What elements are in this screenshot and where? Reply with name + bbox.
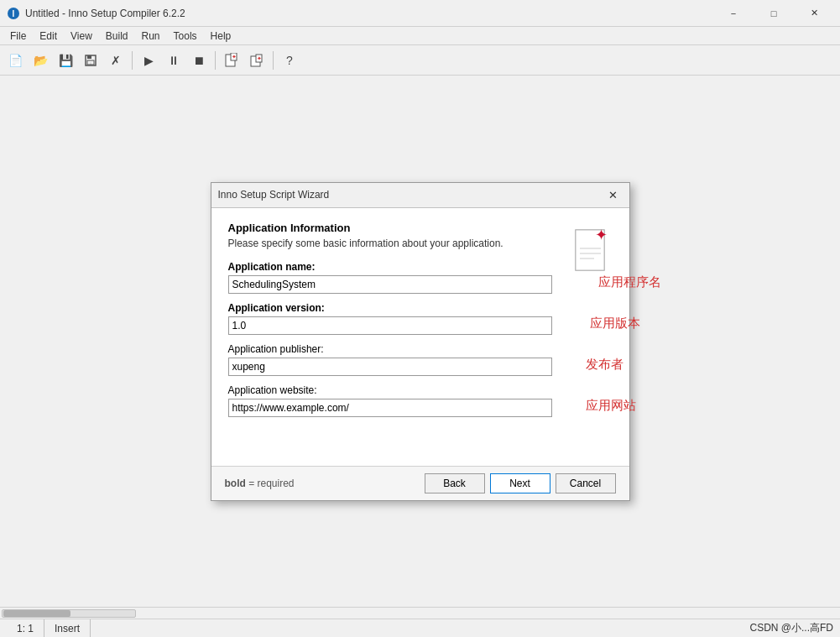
app-website-input[interactable] xyxy=(228,399,552,417)
legend-bold-text: bold xyxy=(225,478,246,489)
app-version-label: Application version: xyxy=(228,302,552,314)
app-icon: I xyxy=(7,7,20,20)
form-group-website: Application website: 应用网站 xyxy=(228,384,552,417)
dialog-footer: bold = required Back Next Cancel xyxy=(211,466,629,500)
menu-run[interactable]: Run xyxy=(135,29,167,44)
app-publisher-label: Application publisher: xyxy=(228,343,552,355)
statusbar: 1: 1 Insert CSDN @小...高FD xyxy=(0,619,840,637)
dialog-titlebar: Inno Setup Script Wizard ✕ xyxy=(211,183,629,208)
close-file-button[interactable]: ✗ xyxy=(104,49,128,72)
footer-legend: bold = required xyxy=(225,478,425,489)
cursor-position: 1: 1 xyxy=(7,619,44,637)
dialog-section-description: Please specify some basic information ab… xyxy=(228,238,552,249)
svg-text:↓: ↓ xyxy=(90,60,92,65)
horizontal-scrollbar[interactable] xyxy=(2,609,136,618)
pause-button[interactable]: ⏸ xyxy=(162,49,185,72)
menu-view[interactable]: View xyxy=(64,29,99,44)
dialog-icon-area: ✦ xyxy=(562,222,613,452)
menubar: File Edit View Build Run Tools Help xyxy=(0,27,840,45)
run-button[interactable]: ▶ xyxy=(137,49,160,72)
separator-1 xyxy=(132,51,133,70)
app-name-label: Application name: xyxy=(228,261,552,273)
dialog-close-button[interactable]: ✕ xyxy=(604,185,623,204)
form-group-appname: Application name: 应用程序名 xyxy=(228,261,552,294)
main-area: Inno Setup Script Wizard ✕ Application I… xyxy=(0,76,840,607)
help-button[interactable]: ? xyxy=(278,49,301,72)
window-controls: − □ ✕ xyxy=(714,0,833,27)
form-group-publisher: Application publisher: 发布者 xyxy=(228,343,552,376)
menu-build[interactable]: Build xyxy=(99,29,135,44)
open-button[interactable]: 📂 xyxy=(29,49,52,72)
titlebar: I Untitled - Inno Setup Compiler 6.2.2 −… xyxy=(0,0,840,27)
save-button[interactable]: 💾 xyxy=(54,49,77,72)
statusbar-right: CSDN @小...高FD xyxy=(749,621,833,635)
maximize-button[interactable]: □ xyxy=(754,0,793,27)
minimize-button[interactable]: − xyxy=(714,0,753,27)
toolbar: 📄 📂 💾 ↓ ✗ ▶ ⏸ ⏹ ✦ ✦ ? xyxy=(0,45,840,76)
close-button[interactable]: ✕ xyxy=(795,0,833,27)
wizard-icon: ✦ xyxy=(569,225,613,275)
window-title: Untitled - Inno Setup Compiler 6.2.2 xyxy=(25,8,714,19)
app-name-input[interactable] xyxy=(228,275,552,294)
menu-tools[interactable]: Tools xyxy=(167,29,204,44)
app-publisher-input[interactable] xyxy=(228,358,552,376)
save-as-button[interactable]: ↓ xyxy=(79,49,102,72)
next-button[interactable]: Next xyxy=(490,473,550,493)
dialog-content: Application Information Please specify s… xyxy=(211,208,629,466)
legend-text: = required xyxy=(248,478,294,489)
statusbar-brand: CSDN @小...高FD xyxy=(749,621,833,635)
cancel-button[interactable]: Cancel xyxy=(556,473,616,493)
dialog-overlay: Inno Setup Script Wizard ✕ Application I… xyxy=(0,76,840,607)
stop-button[interactable]: ⏹ xyxy=(187,49,211,72)
dialog-title: Inno Setup Script Wizard xyxy=(218,189,604,201)
dialog-form: Application Information Please specify s… xyxy=(228,222,552,452)
form-group-version: Application version: 应用版本 xyxy=(228,302,552,335)
scrollbar-thumb[interactable] xyxy=(3,610,70,617)
dialog-section-title: Application Information xyxy=(228,222,552,234)
separator-3 xyxy=(273,51,274,70)
svg-text:✦: ✦ xyxy=(594,227,607,243)
new-button[interactable]: 📄 xyxy=(3,49,27,72)
svg-rect-3 xyxy=(87,55,91,59)
wizard2-button[interactable]: ✦ xyxy=(245,49,269,72)
svg-text:I: I xyxy=(13,9,15,18)
app-website-label: Application website: xyxy=(228,384,552,396)
wizard-button[interactable]: ✦ xyxy=(220,49,243,72)
menu-file[interactable]: File xyxy=(3,29,33,44)
svg-text:✦: ✦ xyxy=(257,55,262,61)
separator-2 xyxy=(215,51,216,70)
menu-edit[interactable]: Edit xyxy=(33,29,64,44)
wizard-dialog: Inno Setup Script Wizard ✕ Application I… xyxy=(211,182,630,501)
footer-buttons: Back Next Cancel xyxy=(425,473,616,493)
menu-help[interactable]: Help xyxy=(204,29,238,44)
app-version-input[interactable] xyxy=(228,316,552,335)
edit-mode: Insert xyxy=(44,619,91,637)
scrollbar-area xyxy=(0,607,840,619)
svg-text:✦: ✦ xyxy=(232,54,237,60)
dialog-header: Application Information Please specify s… xyxy=(228,222,552,249)
back-button[interactable]: Back xyxy=(425,473,485,493)
